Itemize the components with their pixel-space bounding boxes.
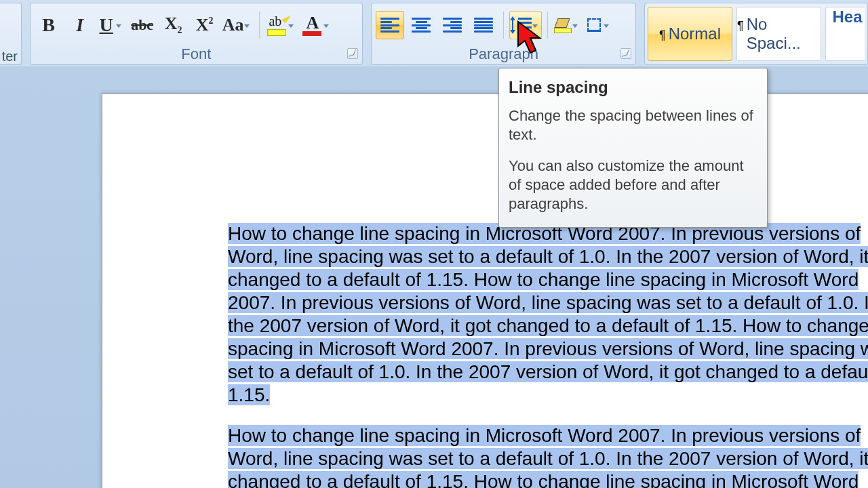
font-dialog-launcher[interactable] bbox=[347, 48, 358, 59]
align-right-button[interactable] bbox=[438, 11, 467, 39]
borders-button[interactable] bbox=[585, 11, 613, 39]
underline-button[interactable]: U bbox=[97, 11, 125, 39]
font-color-button[interactable] bbox=[300, 11, 333, 39]
change-case-icon: Aa bbox=[222, 16, 244, 34]
borders-icon bbox=[586, 17, 602, 33]
clipboard-partial-label: ter bbox=[2, 49, 18, 64]
change-case-button[interactable]: Aa bbox=[222, 11, 254, 39]
justify-icon bbox=[474, 18, 493, 33]
superscript-button[interactable]: X2 bbox=[191, 11, 219, 39]
tooltip-line-2: You can also customize the amount of spa… bbox=[509, 157, 755, 214]
bold-icon: B bbox=[42, 16, 55, 35]
document-para-2: How to change line spacing in Microsoft … bbox=[228, 425, 868, 488]
shading-icon bbox=[554, 17, 572, 33]
strikethrough-button[interactable]: abc bbox=[128, 11, 157, 39]
italic-icon: I bbox=[76, 16, 83, 35]
style-no-spacing-label: No Spaci... bbox=[747, 15, 821, 53]
highlight-button[interactable] bbox=[265, 11, 298, 39]
subscript-icon: X2 bbox=[165, 15, 182, 35]
strikethrough-icon: abc bbox=[131, 18, 153, 33]
tooltip-title: Line spacing bbox=[509, 78, 755, 97]
separator bbox=[503, 12, 504, 39]
clipboard-group-partial: ter bbox=[0, 3, 22, 65]
pilcrow-icon: ¶ bbox=[737, 19, 744, 33]
font-group: B I U abc X2 X2 Aa Font bbox=[30, 3, 363, 65]
paragraph-group-label: Paragraph bbox=[469, 45, 538, 63]
align-center-button[interactable] bbox=[407, 11, 435, 39]
style-normal-label: Normal bbox=[669, 24, 721, 43]
line-spacing-button[interactable] bbox=[509, 11, 542, 39]
highlight-icon bbox=[266, 14, 288, 36]
align-right-icon bbox=[443, 18, 462, 33]
underline-icon: U bbox=[100, 16, 113, 35]
separator bbox=[259, 12, 260, 39]
style-heading-partial[interactable]: Hea bbox=[825, 7, 865, 61]
font-group-label: Font bbox=[181, 45, 211, 63]
justify-button[interactable] bbox=[469, 11, 498, 39]
subscript-button[interactable]: X2 bbox=[159, 11, 188, 39]
superscript-icon: X2 bbox=[196, 16, 214, 34]
align-left-icon bbox=[380, 18, 399, 33]
font-color-icon bbox=[301, 14, 323, 36]
style-no-spacing[interactable]: ¶ No Spaci... bbox=[736, 7, 821, 61]
align-center-icon bbox=[412, 18, 431, 33]
tooltip-line-1: Change the spacing between lines of text… bbox=[509, 106, 755, 144]
paragraph-group: Paragraph bbox=[371, 3, 636, 65]
pilcrow-icon: ¶ bbox=[659, 28, 666, 43]
paragraph-dialog-launcher[interactable] bbox=[620, 48, 631, 59]
align-left-button[interactable] bbox=[376, 11, 404, 39]
document-para-1: How to change line spacing in Microsoft … bbox=[228, 223, 868, 405]
style-heading-label: Hea bbox=[833, 7, 863, 26]
line-spacing-icon bbox=[510, 16, 532, 34]
ribbon: ter B I U abc X2 X2 Aa Font bbox=[0, 0, 868, 66]
separator bbox=[547, 12, 548, 39]
shading-button[interactable] bbox=[553, 11, 582, 39]
style-normal[interactable]: ¶ Normal bbox=[648, 7, 732, 61]
bold-button[interactable]: B bbox=[35, 11, 63, 39]
italic-button[interactable]: I bbox=[66, 11, 94, 39]
line-spacing-tooltip: Line spacing Change the spacing between … bbox=[498, 68, 768, 228]
document-selected-text: How to change line spacing in Microsoft … bbox=[228, 222, 868, 488]
styles-gallery: ¶ Normal ¶ No Spaci... Hea bbox=[644, 3, 868, 65]
